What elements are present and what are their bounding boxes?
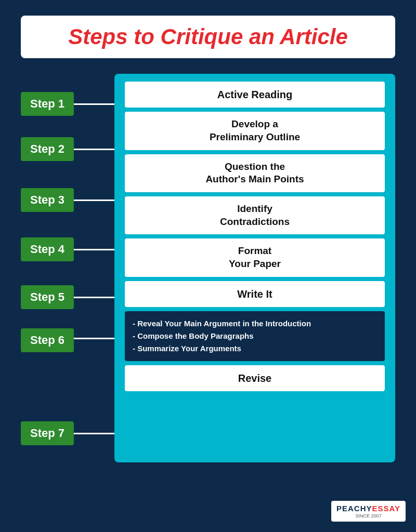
step-badge-3: Step 3 [21,188,74,212]
card-question-author: Question theAuthor's Main Points [125,154,385,192]
card-active-reading: Active Reading [125,82,385,108]
card-format-paper: FormatYour Paper [125,238,385,276]
connector-7 [74,433,114,434]
page-title: Steps to Critique an Article [42,25,374,49]
bullet-1: - Reveal Your Main Argument in the Intro… [133,317,377,330]
connector-4 [74,249,114,250]
connector-5 [74,297,114,298]
logo-since: SINCE 2007 [336,513,400,518]
step-row-7: Step 7 [21,415,114,452]
step-row-5: Step 5 [21,273,114,321]
main-content: Step 1 Step 2 Step 3 Step 4 Step 5 Step … [21,74,395,462]
step-row-1: Step 1 [21,84,114,124]
steps-column: Step 1 Step 2 Step 3 Step 4 Step 5 Step … [21,74,114,462]
step-badge-6: Step 6 [21,328,74,352]
logo-box: PEACHYESSAY SINCE 2007 [331,501,406,522]
step-badge-2: Step 2 [21,137,74,161]
bullet-3: - Summarize Your Arguments [133,342,377,355]
card-write-it-sub: - Reveal Your Main Argument in the Intro… [125,311,385,361]
step-row-4: Step 4 [21,225,114,273]
title-box: Steps to Critique an Article [21,16,395,58]
card-preliminary-outline: Develop aPreliminary Outline [125,112,385,150]
logo-text: PEACHYESSAY [336,504,400,513]
step-row-3: Step 3 [21,175,114,225]
step-badge-1: Step 1 [21,92,74,116]
connector-2 [74,149,114,150]
card-identify-contradictions: IdentifyContradictions [125,196,385,234]
step-row-2: Step 2 [21,124,114,175]
step-badge-5: Step 5 [21,285,74,309]
step-badge-4: Step 4 [21,237,74,261]
connector-6 [74,338,114,339]
connector-3 [74,200,114,201]
card-revise: Revise [125,365,385,391]
step-badge-7: Step 7 [21,421,74,445]
bullet-2: - Compose the Body Paragraphs [133,330,377,342]
right-panel: Active Reading Develop aPreliminary Outl… [114,74,395,462]
card-write-it: Write It [125,281,385,307]
step-row-6: Step 6 [21,321,114,415]
connector-1 [74,103,114,105]
